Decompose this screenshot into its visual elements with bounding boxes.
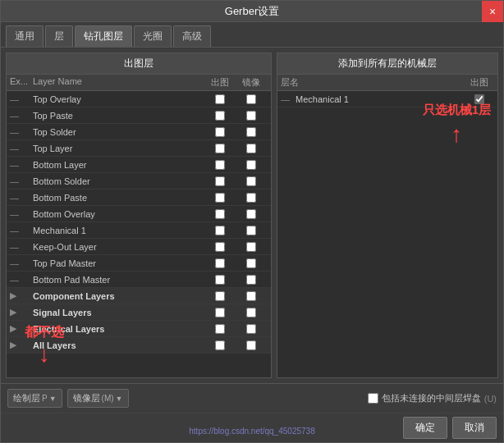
watermark: https://blog.csdn.net/qq_45025738 xyxy=(189,427,314,436)
layer-mirror-checkbox[interactable] xyxy=(246,209,256,219)
layer-ex-cell: — xyxy=(10,144,33,153)
layer-out-checkbox[interactable] xyxy=(215,160,225,170)
tab-general[interactable]: 通用 xyxy=(6,25,44,47)
layer-name-cell: Component Layers xyxy=(33,291,205,301)
layer-row: ▶All Layers xyxy=(7,337,271,354)
layer-out-cell xyxy=(205,275,235,285)
layer-mirror-checkbox[interactable] xyxy=(246,176,256,186)
layer-row: —Bottom Paste xyxy=(7,190,271,206)
layer-name-cell: Keep-Out Layer xyxy=(33,242,205,252)
layer-mirror-cell xyxy=(235,324,268,334)
layer-out-checkbox[interactable] xyxy=(215,340,225,350)
layer-out-checkbox[interactable] xyxy=(215,308,225,317)
layer-row: —Top Overlay xyxy=(7,91,271,107)
layer-name-cell: Top Layer xyxy=(33,144,205,153)
layer-row: —Top Solder xyxy=(7,124,271,140)
tab-drill[interactable]: 钻孔图层 xyxy=(75,25,132,47)
tab-aperture[interactable]: 光圈 xyxy=(134,25,172,47)
layer-mirror-cell xyxy=(235,111,268,121)
layer-mirror-cell xyxy=(235,340,268,350)
right-table-header: 层名 出图 xyxy=(277,75,497,91)
layer-out-cell xyxy=(205,291,235,301)
layer-mirror-checkbox[interactable] xyxy=(246,127,256,137)
draw-layer-dropdown[interactable]: 绘制层 P ▼ xyxy=(7,389,62,408)
layer-name-cell: Top Paste xyxy=(33,111,205,121)
layer-out-checkbox[interactable] xyxy=(215,226,225,235)
footer: https://blog.csdn.net/qq_45025738 确定 取消 xyxy=(1,413,503,442)
middle-pad-checkbox[interactable] xyxy=(368,393,378,404)
layer-out-checkbox[interactable] xyxy=(215,176,225,186)
tab-layer[interactable]: 层 xyxy=(45,25,73,47)
layer-ex-cell: ▶ xyxy=(10,290,33,301)
layer-mirror-checkbox[interactable] xyxy=(246,275,256,285)
mirror-layer-label: 镜像层 xyxy=(73,392,100,404)
layer-mirror-checkbox[interactable] xyxy=(246,324,256,334)
layer-out-cell xyxy=(205,127,235,137)
layer-out-cell xyxy=(205,340,235,350)
layer-row: —Bottom Pad Master xyxy=(7,272,271,288)
draw-layer-arrow: ▼ xyxy=(49,395,57,403)
layer-row: —Keep-Out Layer xyxy=(7,239,271,255)
mirror-layer-dropdown[interactable]: 镜像层 (M) ▼ xyxy=(67,389,129,408)
layer-out-checkbox[interactable] xyxy=(215,209,225,219)
right-layer-list: — Mechanical 1 xyxy=(277,91,497,377)
layer-mirror-checkbox[interactable] xyxy=(246,340,256,350)
layer-out-checkbox[interactable] xyxy=(215,291,225,301)
layer-row: —Bottom Layer xyxy=(7,157,271,173)
layer-mirror-cell xyxy=(235,193,268,203)
layer-out-checkbox[interactable] xyxy=(215,258,225,268)
middle-pad-checkbox-label: 包括未连接的中间层焊盘 (U) xyxy=(368,392,497,404)
layer-out-cell xyxy=(205,308,235,317)
layer-out-cell xyxy=(205,193,235,203)
layer-out-checkbox[interactable] xyxy=(215,275,225,285)
tab-bar: 通用 层 钻孔图层 光圈 高级 xyxy=(1,22,503,48)
layer-ex-cell: ▶ xyxy=(10,307,33,317)
layer-mirror-checkbox[interactable] xyxy=(246,94,256,104)
right-panel: 添加到所有层的机械层 层名 出图 — Mechanical 1 只选机械1层 ↑ xyxy=(277,53,498,378)
layer-mirror-cell xyxy=(235,291,268,301)
layer-out-cell xyxy=(205,144,235,153)
layer-mirror-checkbox[interactable] xyxy=(246,193,256,203)
layer-ex-cell: — xyxy=(10,94,33,104)
layer-out-checkbox[interactable] xyxy=(215,324,225,334)
layer-mirror-checkbox[interactable] xyxy=(246,111,256,121)
layer-mirror-cell xyxy=(235,226,268,235)
mirror-layer-key: (M) xyxy=(102,394,114,403)
layer-out-checkbox[interactable] xyxy=(215,193,225,203)
layer-mirror-cell xyxy=(235,308,268,317)
layer-name-cell: Signal Layers xyxy=(33,308,205,317)
right-panel-header: 添加到所有层的机械层 xyxy=(277,53,497,75)
layer-ex-cell: — xyxy=(10,111,33,121)
left-table-header: Ex... Layer Name 出图 镜像 xyxy=(7,75,271,91)
layer-row: —Top Pad Master xyxy=(7,255,271,272)
layer-out-checkbox[interactable] xyxy=(215,242,225,252)
layer-mirror-checkbox[interactable] xyxy=(246,242,256,252)
layer-mirror-checkbox[interactable] xyxy=(246,258,256,268)
layer-ex-cell: — xyxy=(10,242,33,252)
close-button[interactable]: × xyxy=(482,1,503,22)
layer-ex-cell: — xyxy=(10,209,33,219)
layer-ex-cell: — xyxy=(10,193,33,203)
layer-mirror-checkbox[interactable] xyxy=(246,308,256,317)
layer-ex-cell: — xyxy=(10,226,33,235)
layer-out-checkbox[interactable] xyxy=(215,94,225,104)
layer-out-cell xyxy=(205,242,235,252)
layer-out-cell xyxy=(205,176,235,186)
tab-advanced[interactable]: 高级 xyxy=(173,25,211,47)
layer-mirror-checkbox[interactable] xyxy=(246,144,256,153)
layer-mirror-checkbox[interactable] xyxy=(246,160,256,170)
layer-out-cell xyxy=(205,160,235,170)
col-ex-header: Ex... xyxy=(10,76,33,89)
right-layer-checkbox[interactable] xyxy=(474,94,484,104)
layer-mirror-checkbox[interactable] xyxy=(246,291,256,301)
layer-out-checkbox[interactable] xyxy=(215,144,225,153)
layer-mirror-checkbox[interactable] xyxy=(246,226,256,235)
layer-name-cell: Bottom Paste xyxy=(33,193,205,203)
draw-layer-key: P xyxy=(42,394,48,403)
layer-out-checkbox[interactable] xyxy=(215,111,225,121)
layer-row: ▶Electrical Layers xyxy=(7,321,271,337)
layer-out-checkbox[interactable] xyxy=(215,127,225,137)
cancel-button[interactable]: 取消 xyxy=(452,417,497,439)
layer-row: —Bottom Solder xyxy=(7,173,271,190)
ok-button[interactable]: 确定 xyxy=(403,417,447,439)
